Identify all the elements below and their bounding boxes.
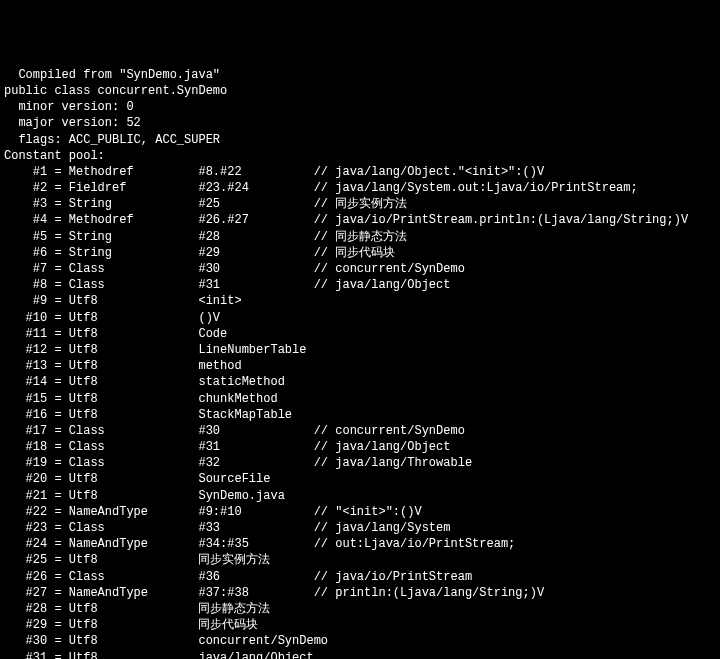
output-line: #4 = Methodref #26.#27 // java/io/PrintS…: [4, 212, 716, 228]
output-line: Compiled from "SynDemo.java": [4, 67, 716, 83]
output-line: #5 = String #28 // 同步静态方法: [4, 229, 716, 245]
output-line: #24 = NameAndType #34:#35 // out:Ljava/i…: [4, 536, 716, 552]
output-line: minor version: 0: [4, 99, 716, 115]
output-line: #21 = Utf8 SynDemo.java: [4, 488, 716, 504]
output-line: flags: ACC_PUBLIC, ACC_SUPER: [4, 132, 716, 148]
terminal-output: Compiled from "SynDemo.java"public class…: [4, 67, 716, 659]
output-line: #6 = String #29 // 同步代码块: [4, 245, 716, 261]
output-line: #16 = Utf8 StackMapTable: [4, 407, 716, 423]
output-line: #2 = Fieldref #23.#24 // java/lang/Syste…: [4, 180, 716, 196]
output-line: #13 = Utf8 method: [4, 358, 716, 374]
output-line: #9 = Utf8 <init>: [4, 293, 716, 309]
output-line: #26 = Class #36 // java/io/PrintStream: [4, 569, 716, 585]
output-line: #30 = Utf8 concurrent/SynDemo: [4, 633, 716, 649]
output-line: #3 = String #25 // 同步实例方法: [4, 196, 716, 212]
output-line: #18 = Class #31 // java/lang/Object: [4, 439, 716, 455]
output-line: #22 = NameAndType #9:#10 // "<init>":()V: [4, 504, 716, 520]
output-line: public class concurrent.SynDemo: [4, 83, 716, 99]
output-line: #29 = Utf8 同步代码块: [4, 617, 716, 633]
output-line: #20 = Utf8 SourceFile: [4, 471, 716, 487]
output-line: #11 = Utf8 Code: [4, 326, 716, 342]
output-line: major version: 52: [4, 115, 716, 131]
output-line: #14 = Utf8 staticMethod: [4, 374, 716, 390]
output-line: #12 = Utf8 LineNumberTable: [4, 342, 716, 358]
output-line: #1 = Methodref #8.#22 // java/lang/Objec…: [4, 164, 716, 180]
output-line: Constant pool:: [4, 148, 716, 164]
output-line: #28 = Utf8 同步静态方法: [4, 601, 716, 617]
output-line: #25 = Utf8 同步实例方法: [4, 552, 716, 568]
output-line: #15 = Utf8 chunkMethod: [4, 391, 716, 407]
output-line: #10 = Utf8 ()V: [4, 310, 716, 326]
output-line: #8 = Class #31 // java/lang/Object: [4, 277, 716, 293]
output-line: #17 = Class #30 // concurrent/SynDemo: [4, 423, 716, 439]
output-line: #19 = Class #32 // java/lang/Throwable: [4, 455, 716, 471]
output-line: #27 = NameAndType #37:#38 // println:(Lj…: [4, 585, 716, 601]
output-line: #31 = Utf8 java/lang/Object: [4, 650, 716, 660]
output-line: #23 = Class #33 // java/lang/System: [4, 520, 716, 536]
output-line: #7 = Class #30 // concurrent/SynDemo: [4, 261, 716, 277]
